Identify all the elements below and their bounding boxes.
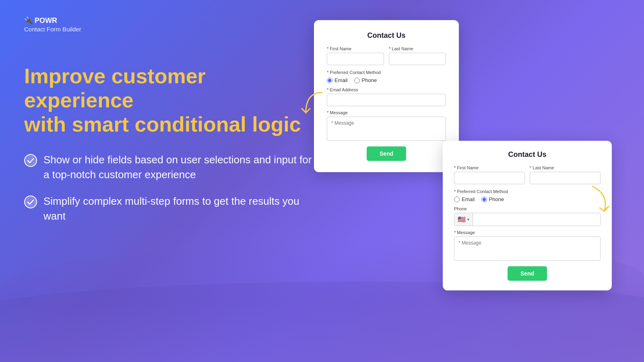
form-1-email-label: Email (334, 77, 348, 83)
form-1-radio-group: Email Phone (327, 77, 446, 83)
logo-icon: 🔌 (24, 16, 33, 25)
form-1-title: Contact Us (327, 31, 446, 40)
us-flag-icon: 🇺🇸 (458, 216, 466, 223)
form-2-email-option[interactable]: Email (454, 196, 475, 202)
feature-text-2: Simplify complex multi-step forms to get… (43, 194, 314, 223)
brand-name: 🔌 POWR (24, 16, 81, 25)
form-2-firstname-group: * First Name (454, 165, 525, 184)
form-2-email-radio[interactable] (454, 197, 460, 202)
form-1-message-textarea[interactable] (327, 117, 446, 141)
form-1-phone-radio[interactable] (354, 78, 360, 83)
form-2-firstname-input[interactable] (454, 172, 525, 184)
form-card-1: Contact Us * First Name * Last Name * Pr… (314, 20, 459, 172)
form-2-phone-label: Phone (489, 196, 504, 202)
main-headline: Improve customer experience with smart c… (24, 64, 314, 136)
form-2-message-textarea[interactable] (454, 237, 601, 261)
form-2-phone-option[interactable]: Phone (481, 196, 504, 202)
form-2-lastname-group: * Last Name (530, 165, 601, 184)
form-2-send-button[interactable]: Send (508, 266, 547, 281)
header: 🔌 POWR Contact Form Builder (24, 16, 81, 33)
form-1-firstname-label: * First Name (327, 46, 384, 51)
logo: 🔌 POWR Contact Form Builder (24, 16, 81, 33)
form-1-contact-label: * Preferred Contact Method (327, 70, 446, 75)
form-1-message-label: * Message (327, 110, 446, 115)
form-2-message-group: * Message (454, 230, 601, 261)
chevron-down-icon: ▾ (467, 217, 469, 222)
feature-text-1: Show or hide fields based on user select… (43, 152, 314, 182)
form-2-lastname-label: * Last Name (530, 165, 601, 170)
form-2-email-label: Email (462, 196, 475, 202)
form-1-name-row: * First Name * Last Name (327, 46, 446, 65)
form-1-lastname-input[interactable] (389, 53, 446, 65)
arrow-2 (584, 182, 617, 214)
form-1-phone-label: Phone (362, 77, 377, 83)
form-1-email-input[interactable] (327, 94, 446, 106)
arrow-1 (298, 88, 330, 121)
form-1-lastname-group: * Last Name (389, 46, 446, 65)
form-1-contact-method-group: * Preferred Contact Method Email Phone (327, 70, 446, 83)
feature-item-2: Simplify complex multi-step forms to get… (24, 194, 314, 223)
phone-number-input[interactable] (473, 214, 600, 225)
right-content: Contact Us * First Name * Last Name * Pr… (306, 20, 612, 322)
forms-container: Contact Us * First Name * Last Name * Pr… (306, 20, 612, 322)
form-card-2: Contact Us * First Name * Last Name * Pr… (443, 141, 612, 290)
form-2-phone-group: Phone 🇺🇸 ▾ (454, 206, 601, 226)
form-2-name-row: * First Name * Last Name (454, 165, 601, 184)
form-2-phone-radio[interactable] (481, 197, 487, 202)
form-2-phone-label: Phone (454, 206, 601, 211)
brand-subtitle: Contact Form Builder (24, 26, 81, 33)
phone-input-group[interactable]: 🇺🇸 ▾ (454, 213, 601, 226)
form-1-firstname-group: * First Name (327, 46, 384, 65)
check-icon-2 (24, 195, 37, 208)
left-content: Improve customer experience with smart c… (24, 64, 314, 223)
form-2-contact-label: * Preferred Contact Method (454, 189, 601, 194)
form-2-firstname-label: * First Name (454, 165, 525, 170)
svg-point-0 (25, 154, 37, 167)
phone-flag-selector[interactable]: 🇺🇸 ▾ (454, 213, 473, 226)
form-2-message-label: * Message (454, 230, 601, 235)
form-1-email-group: * Email Address (327, 87, 446, 106)
form-1-lastname-label: * Last Name (389, 46, 446, 51)
form-1-firstname-input[interactable] (327, 53, 384, 65)
form-1-email-option[interactable]: Email (327, 77, 348, 83)
features-list: Show or hide fields based on user select… (24, 152, 314, 223)
form-2-radio-group: Email Phone (454, 196, 601, 202)
feature-item-1: Show or hide fields based on user select… (24, 152, 314, 182)
form-1-send-button[interactable]: Send (367, 146, 406, 161)
check-icon-1 (24, 154, 37, 167)
form-1-email-address-label: * Email Address (327, 87, 446, 92)
form-2-title: Contact Us (454, 150, 601, 159)
form-1-phone-option[interactable]: Phone (354, 77, 377, 83)
svg-point-1 (25, 196, 37, 208)
form-1-message-group: * Message (327, 110, 446, 141)
form-2-contact-method-group: * Preferred Contact Method Email Phone (454, 189, 601, 202)
form-1-email-radio[interactable] (327, 78, 332, 83)
